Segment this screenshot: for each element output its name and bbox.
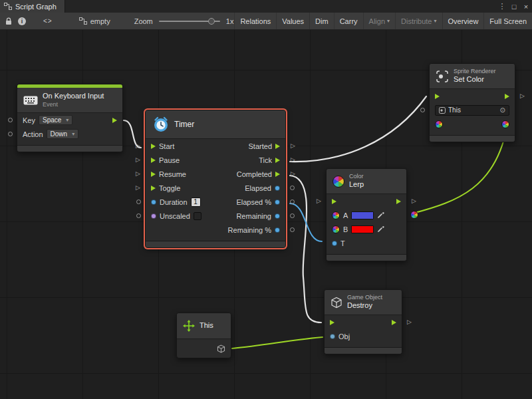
info-icon[interactable]: i bbox=[18, 17, 26, 25]
timer-clock-icon bbox=[152, 116, 170, 133]
object-picker-icon[interactable]: ⊙ bbox=[500, 106, 505, 114]
lerp-flow-out-port[interactable] bbox=[396, 199, 401, 204]
align-dropdown[interactable]: Align▾ bbox=[363, 13, 395, 29]
color-a-swatch[interactable] bbox=[351, 211, 374, 219]
elapsed-value-port[interactable] bbox=[275, 186, 280, 191]
set-color-node[interactable]: Sprite Renderer Set Color ▷ This ⊙ bbox=[429, 63, 515, 142]
relations-button[interactable]: Relations bbox=[234, 13, 276, 29]
zoom-slider[interactable] bbox=[159, 21, 220, 22]
pause-port-outer[interactable]: ▷ bbox=[136, 157, 140, 163]
tab-script-graph[interactable]: Script Graph bbox=[0, 0, 65, 13]
elapsed-port-outer[interactable] bbox=[290, 186, 295, 190]
pause-flow-port[interactable] bbox=[151, 158, 156, 163]
duration-value-port[interactable] bbox=[151, 200, 156, 205]
obj-value-port[interactable] bbox=[330, 334, 335, 339]
started-flow-port[interactable] bbox=[275, 144, 280, 149]
distribute-dropdown[interactable]: Distribute▾ bbox=[395, 13, 442, 29]
toggle-flow-port[interactable] bbox=[151, 186, 156, 191]
unscaled-checkbox[interactable] bbox=[194, 212, 201, 220]
graph-empty-icon bbox=[79, 17, 87, 25]
values-button[interactable]: Values bbox=[276, 13, 309, 29]
tick-flow-port[interactable] bbox=[275, 158, 280, 163]
carry-button[interactable]: Carry bbox=[334, 13, 363, 29]
color-in-port[interactable] bbox=[435, 120, 443, 128]
timer-row: Remaining % bbox=[146, 223, 285, 237]
color-b-swatch[interactable] bbox=[351, 225, 374, 233]
timer-node[interactable]: Timer ▷ Start Started ▷ ▷ Pause Tick ▷ ▷… bbox=[145, 110, 286, 248]
color-out-port[interactable] bbox=[501, 120, 509, 128]
node-header: Color Lerp bbox=[327, 169, 406, 194]
lock-icon[interactable] bbox=[5, 17, 12, 25]
duration-port-outer[interactable] bbox=[136, 200, 141, 204]
lerp-color-out-port[interactable] bbox=[410, 211, 418, 219]
window-menu-icon[interactable]: ⋮ bbox=[496, 0, 508, 13]
port-label: Started bbox=[249, 142, 272, 150]
color-port-icon[interactable] bbox=[332, 225, 340, 233]
resume-flow-port[interactable] bbox=[151, 172, 156, 177]
on-keyboard-input-node[interactable]: On Keyboard Input Event Key Space▾ Actio… bbox=[17, 84, 123, 152]
started-port-outer[interactable]: ▷ bbox=[291, 143, 295, 149]
key-label: Key bbox=[23, 116, 35, 124]
destroy-flow-row: ▷ bbox=[325, 315, 402, 329]
lerp-flow-out-outer[interactable]: ▷ bbox=[412, 198, 416, 204]
unscaled-value-port[interactable] bbox=[151, 213, 156, 219]
remaining-pct-port-outer[interactable] bbox=[290, 227, 295, 232]
full-screen-button[interactable]: Full Screen bbox=[483, 13, 532, 29]
target-object-field[interactable]: This ⊙ bbox=[435, 105, 509, 116]
color-port-icon[interactable] bbox=[332, 211, 340, 219]
completed-flow-port[interactable] bbox=[275, 172, 280, 177]
overview-button[interactable]: Overview bbox=[442, 13, 484, 29]
remaining-pct-value-port[interactable] bbox=[275, 227, 280, 233]
destroy-flow-out-outer[interactable]: ▷ bbox=[407, 319, 412, 325]
zoom-slider-knob[interactable] bbox=[208, 18, 215, 25]
dim-button[interactable]: Dim bbox=[309, 13, 334, 29]
setcolor-flow-out-port[interactable] bbox=[505, 94, 509, 99]
eyedropper-icon[interactable] bbox=[377, 225, 384, 233]
lerp-flow-in-outer[interactable]: ▷ bbox=[317, 198, 321, 204]
remaining-value-port[interactable] bbox=[275, 213, 280, 219]
wire-tick-to-setcolor[interactable] bbox=[290, 96, 426, 162]
keyboard-flow-out-port[interactable] bbox=[112, 118, 117, 123]
destroy-flow-in-port[interactable] bbox=[330, 320, 334, 325]
maximize-icon[interactable]: □ bbox=[508, 0, 520, 13]
eyedropper-icon[interactable] bbox=[377, 211, 384, 219]
setcolor-flow-out-outer[interactable]: ▷ bbox=[520, 93, 525, 99]
graph-tab-icon bbox=[4, 3, 12, 10]
setcolor-target-row: This ⊙ bbox=[430, 103, 515, 117]
key-dropdown[interactable]: Space▾ bbox=[39, 115, 72, 125]
remaining-port-outer[interactable] bbox=[290, 213, 295, 218]
unscaled-port-outer[interactable] bbox=[136, 213, 141, 218]
zoom-label: Zoom bbox=[134, 17, 153, 25]
elapsed-pct-port-outer[interactable] bbox=[290, 200, 295, 204]
timer-row: ▷ Start Started ▷ bbox=[146, 139, 285, 153]
graph-canvas[interactable]: On Keyboard Input Event Key Space▾ Actio… bbox=[0, 30, 532, 399]
close-icon[interactable]: × bbox=[520, 0, 532, 13]
completed-port-outer[interactable]: ▷ bbox=[291, 171, 295, 177]
a-label: A bbox=[343, 211, 348, 219]
destroy-flow-out-port[interactable] bbox=[392, 320, 396, 325]
node-title: This bbox=[200, 321, 213, 331]
action-port-outer[interactable] bbox=[8, 132, 13, 136]
elapsed-pct-value-port[interactable] bbox=[275, 200, 280, 205]
duration-input[interactable]: 1 bbox=[191, 198, 201, 207]
node-footer bbox=[325, 347, 402, 354]
gameobject-out-port[interactable] bbox=[217, 344, 225, 353]
setcolor-flow-in-port[interactable] bbox=[435, 94, 440, 99]
tick-port-outer[interactable]: ▷ bbox=[291, 157, 295, 163]
code-view-icon[interactable]: <> bbox=[43, 17, 53, 25]
t-value-port[interactable] bbox=[332, 241, 337, 246]
destroy-node[interactable]: Game Object Destroy ▷ Obj bbox=[324, 289, 402, 354]
target-port-outer[interactable] bbox=[420, 108, 425, 112]
lerp-flow-in-port[interactable] bbox=[332, 199, 336, 204]
start-port-outer[interactable]: ▷ bbox=[136, 143, 140, 149]
graph-empty-label: empty bbox=[90, 17, 110, 25]
this-node[interactable]: This bbox=[176, 313, 231, 358]
port-label: Resume bbox=[159, 170, 186, 178]
wire-this-to-destroy-obj[interactable] bbox=[232, 337, 323, 348]
resume-port-outer[interactable]: ▷ bbox=[136, 171, 140, 177]
action-dropdown[interactable]: Down▾ bbox=[47, 129, 79, 139]
start-flow-port[interactable] bbox=[151, 144, 156, 149]
toggle-port-outer[interactable]: ▷ bbox=[136, 185, 140, 191]
color-lerp-node[interactable]: Color Lerp ▷ ▷ A B bbox=[326, 168, 407, 261]
key-port-outer[interactable] bbox=[8, 118, 13, 122]
